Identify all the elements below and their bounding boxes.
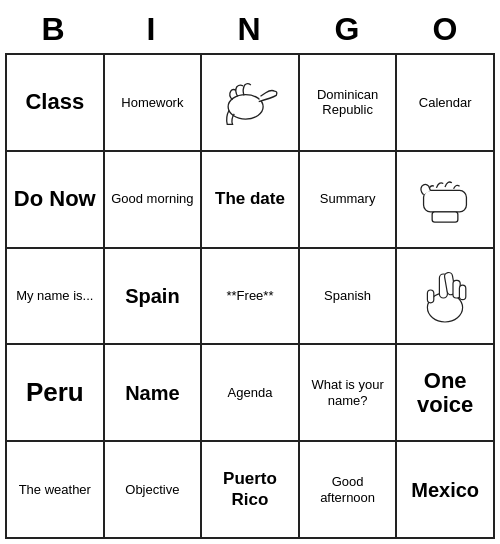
- cell-r4c2: Name: [105, 345, 203, 442]
- cell-r4c3: Agenda: [202, 345, 300, 442]
- cell-text-r2c1: Do Now: [14, 187, 96, 211]
- cell-text-r4c5: One voice: [401, 369, 489, 417]
- header-letter-O: O: [397, 11, 495, 48]
- cell-r1c4: Dominican Republic: [300, 55, 398, 152]
- header-letter-N: N: [201, 11, 299, 48]
- cell-r2c4: Summary: [300, 152, 398, 249]
- cell-text-r4c2: Name: [125, 381, 179, 405]
- cell-text-r4c4: What is your name?: [304, 377, 392, 408]
- bingo-grid: ClassHomework Dominican RepublicCalendar…: [5, 53, 495, 539]
- cell-text-r1c5: Calendar: [419, 95, 472, 111]
- cell-r4c5: One voice: [397, 345, 495, 442]
- cell-text-r3c4: Spanish: [324, 288, 371, 304]
- cell-r3c3: **Free**: [202, 249, 300, 346]
- cell-text-r5c1: The weather: [19, 482, 91, 498]
- cell-text-r5c2: Objective: [125, 482, 179, 498]
- svg-rect-1: [424, 191, 467, 212]
- cell-r2c5: [397, 152, 495, 249]
- cell-text-r3c1: My name is...: [16, 288, 93, 304]
- header-letter-I: I: [103, 11, 201, 48]
- cell-text-r2c4: Summary: [320, 191, 376, 207]
- cell-r4c4: What is your name?: [300, 345, 398, 442]
- svg-rect-7: [460, 285, 466, 299]
- svg-rect-8: [428, 290, 434, 303]
- cell-r1c1: Class: [7, 55, 105, 152]
- cell-r5c5: Mexico: [397, 442, 495, 539]
- cell-r5c4: Good afternoon: [300, 442, 398, 539]
- cell-text-r4c1: Peru: [26, 377, 84, 408]
- cell-r5c3: Puerto Rico: [202, 442, 300, 539]
- cell-r3c4: Spanish: [300, 249, 398, 346]
- cell-text-r3c2: Spain: [125, 284, 179, 308]
- cell-r2c2: Good morning: [105, 152, 203, 249]
- header-letter-G: G: [299, 11, 397, 48]
- bingo-card: BINGO ClassHomework Dominican RepublicCa…: [5, 5, 495, 539]
- cell-text-r1c4: Dominican Republic: [304, 87, 392, 118]
- cell-text-r5c3: Puerto Rico: [206, 469, 294, 510]
- cell-r2c3: The date: [202, 152, 300, 249]
- cell-text-r5c5: Mexico: [411, 478, 479, 502]
- cell-text-r1c2: Homework: [121, 95, 183, 111]
- cell-r4c1: Peru: [7, 345, 105, 442]
- cell-text-r2c2: Good morning: [111, 191, 193, 207]
- cell-r2c1: Do Now: [7, 152, 105, 249]
- svg-rect-2: [432, 212, 458, 222]
- cell-r5c2: Objective: [105, 442, 203, 539]
- cell-r3c1: My name is...: [7, 249, 105, 346]
- cell-text-r1c1: Class: [25, 90, 84, 114]
- cell-r3c2: Spain: [105, 249, 203, 346]
- cell-r1c2: Homework: [105, 55, 203, 152]
- cell-r3c5: [397, 249, 495, 346]
- cell-text-r4c3: Agenda: [228, 385, 273, 401]
- cell-text-r3c3: **Free**: [227, 288, 274, 304]
- cell-text-r5c4: Good afternoon: [304, 474, 392, 505]
- cell-r1c3: [202, 55, 300, 152]
- bingo-header: BINGO: [5, 5, 495, 53]
- header-letter-B: B: [5, 11, 103, 48]
- cell-text-r2c3: The date: [215, 189, 285, 209]
- cell-r5c1: The weather: [7, 442, 105, 539]
- cell-r1c5: Calendar: [397, 55, 495, 152]
